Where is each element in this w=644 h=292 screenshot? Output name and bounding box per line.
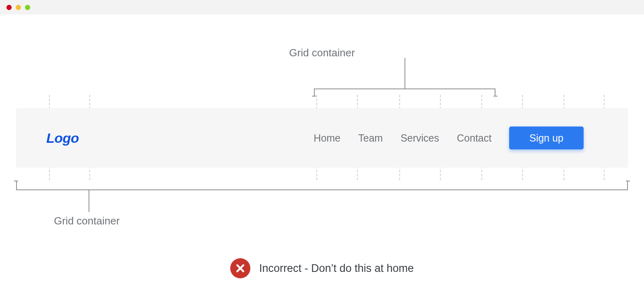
traffic-minimize-icon[interactable] <box>16 5 21 10</box>
error-x-icon <box>230 258 250 278</box>
logo[interactable]: Logo <box>46 130 79 146</box>
caption-text: Incorrect - Don’t do this at home <box>259 262 414 275</box>
bottom-bracket-label: Grid container <box>54 215 120 227</box>
caption-row: Incorrect - Don’t do this at home <box>0 258 644 278</box>
example-header: Logo Home Team Services Contact Sign up <box>16 108 628 168</box>
top-bracket-label: Grid container <box>0 47 644 59</box>
traffic-close-icon[interactable] <box>6 5 12 10</box>
nav-link-contact[interactable]: Contact <box>457 132 491 144</box>
window-titlebar <box>0 0 644 14</box>
primary-nav: Home Team Services Contact Sign up <box>314 127 584 150</box>
nav-link-team[interactable]: Team <box>358 132 383 144</box>
nav-link-home[interactable]: Home <box>314 132 341 144</box>
traffic-zoom-icon[interactable] <box>25 5 30 10</box>
nav-link-services[interactable]: Services <box>400 132 439 144</box>
signup-button[interactable]: Sign up <box>509 127 584 150</box>
